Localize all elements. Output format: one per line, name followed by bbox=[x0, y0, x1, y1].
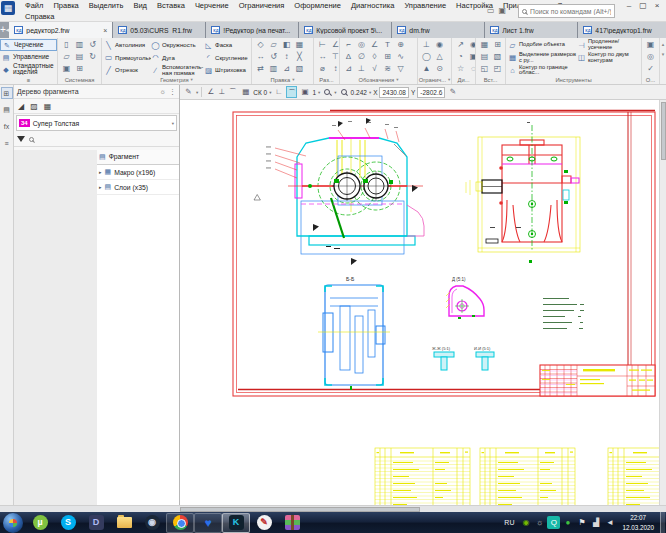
menu-item[interactable]: Черчение bbox=[190, 0, 234, 11]
tree-item[interactable]: ▸ ▦ Макро (x196) bbox=[14, 165, 179, 180]
panel-t-icon[interactable]: ▦ bbox=[44, 102, 52, 111]
designation-tool-icon[interactable]: ∿ bbox=[394, 51, 407, 63]
insert-tool-icon[interactable]: ◰ bbox=[491, 63, 504, 75]
close-button[interactable]: × bbox=[650, 0, 664, 12]
layer-icon[interactable]: ▣ bbox=[299, 86, 310, 98]
system-tool-icon[interactable]: ▣ bbox=[60, 63, 73, 75]
menu-item[interactable]: Вставка bbox=[152, 0, 190, 11]
clock[interactable]: 22:07 12.03.2020 bbox=[619, 513, 657, 531]
document-tab[interactable]: КД !Редуктор (на печат... bbox=[206, 22, 299, 38]
edit-tool-icon[interactable]: ↔ bbox=[254, 51, 267, 63]
constraint-tool-icon[interactable]: △ bbox=[433, 51, 446, 63]
menu-item[interactable]: Выделить bbox=[84, 0, 129, 11]
designation-tool-icon[interactable]: ∠ bbox=[368, 39, 381, 51]
diagnostics-tool-icon[interactable]: ◌ bbox=[467, 63, 475, 75]
system-tool-icon[interactable]: ▱ bbox=[60, 51, 73, 63]
document-tab[interactable]: КД Курсовой проект 5\... bbox=[299, 22, 392, 38]
restore-button[interactable]: ▢ bbox=[636, 0, 650, 12]
rounding-toggle-icon[interactable]: ⌒ bbox=[286, 86, 297, 98]
chevron-down-icon[interactable]: ▾ bbox=[269, 90, 271, 95]
insert-tool-icon[interactable]: ▤ bbox=[478, 51, 491, 63]
taskbar-app-icon[interactable] bbox=[166, 513, 194, 533]
layout-toggle-icon[interactable]: ▭ bbox=[487, 5, 495, 17]
constraint-tool-icon[interactable]: ▲ bbox=[420, 63, 433, 75]
search-input[interactable] bbox=[530, 8, 611, 15]
snap-icon[interactable]: ⊥ bbox=[216, 86, 227, 98]
document-tab[interactable]: КД 417\редуктор1.frw bbox=[578, 22, 666, 38]
taskbar-app-icon[interactable]: ♥ bbox=[194, 513, 222, 533]
vertical-scroll-thumb[interactable] bbox=[661, 102, 666, 160]
edit-tool-icon[interactable]: ⊿ bbox=[280, 63, 293, 75]
constraint-tool-icon[interactable]: ◯ bbox=[420, 51, 433, 63]
side-strip-icon[interactable]: ≡ bbox=[1, 138, 13, 150]
insert-tool-icon[interactable]: ◱ bbox=[478, 63, 491, 75]
designation-tool-icon[interactable]: ⊕ bbox=[394, 39, 407, 51]
ribbon-tool[interactable]: ╲ Автолиния bbox=[104, 39, 151, 52]
diagnostics-tool-icon[interactable]: ◔ bbox=[454, 51, 467, 63]
snap-icon[interactable]: ∠ bbox=[205, 86, 216, 98]
pick-pen-icon[interactable]: ✎ bbox=[447, 86, 458, 98]
ribbon-tool[interactable]: ▭ Прямоугольник bbox=[104, 52, 151, 65]
tray-icon[interactable]: ⚑ bbox=[575, 516, 588, 529]
tray-icon[interactable]: ▟ bbox=[589, 516, 602, 529]
taskbar-app-icon[interactable] bbox=[278, 513, 306, 533]
document-tab[interactable]: КД 05.03\CURS_R1.frw bbox=[113, 22, 206, 38]
designation-tool-icon[interactable]: ◊ bbox=[368, 51, 381, 63]
edit-tool-icon[interactable]: ◧ bbox=[280, 39, 293, 51]
ribbon-tool[interactable]: ▦ Выделение размеров с ру... bbox=[508, 52, 577, 65]
diagnostics-tool-icon[interactable]: ▣ bbox=[467, 51, 475, 63]
tray-icon[interactable]: ● bbox=[561, 516, 574, 529]
constraint-tool-icon[interactable]: ⊙ bbox=[433, 63, 446, 75]
style-pen-icon[interactable]: ✎ bbox=[183, 86, 194, 98]
zoom-value[interactable]: 0.242 bbox=[351, 89, 367, 96]
dimension-tool-icon[interactable]: ↔ bbox=[316, 51, 329, 63]
menu-item[interactable]: Ограничения bbox=[234, 0, 290, 11]
designation-tool-icon[interactable]: ⌐ bbox=[342, 39, 355, 51]
zoom-lens-icon[interactable] bbox=[324, 89, 330, 95]
edit-tool-icon[interactable]: ╳ bbox=[293, 51, 306, 63]
document-tab[interactable]: КД Лист 1.frw bbox=[485, 22, 578, 38]
ribbon-overflow[interactable]: ▴▾ bbox=[660, 38, 666, 84]
edit-tool-icon[interactable]: ◇ bbox=[254, 39, 267, 51]
ribbon-tool[interactable]: ⌂ Контур по границе облас... bbox=[508, 64, 577, 75]
tree-header[interactable]: ▤ Фрагмент bbox=[97, 150, 179, 165]
ribbon-mode[interactable]: ▤ Управление bbox=[0, 51, 57, 63]
dimension-tool-icon[interactable]: ⊢ bbox=[316, 39, 329, 51]
language-indicator[interactable]: RU bbox=[502, 519, 516, 526]
ribbon-tool[interactable]: ╱ Отрезок bbox=[104, 64, 151, 75]
dimension-tool-icon[interactable]: ⌀ bbox=[316, 63, 329, 75]
designation-tool-icon[interactable]: ⊞ bbox=[381, 51, 394, 63]
ribbon-tool[interactable]: ▱ Подобие объекта bbox=[508, 39, 577, 52]
designation-tool-icon[interactable]: ≋ bbox=[381, 63, 394, 75]
taskbar-app-icon[interactable]: S bbox=[54, 513, 82, 533]
designation-tool-icon[interactable]: ◎ bbox=[355, 39, 368, 51]
coordinate-system[interactable]: СК 0 bbox=[253, 89, 267, 96]
minimize-button[interactable]: – bbox=[622, 0, 636, 12]
filter-icon[interactable] bbox=[17, 136, 25, 142]
expand-icon[interactable]: ▸ bbox=[99, 184, 102, 190]
extra-tool-icon[interactable]: ◎ bbox=[644, 51, 657, 63]
panel-t-icon[interactable]: ◢ bbox=[18, 102, 24, 111]
menu-item[interactable]: Диагностика bbox=[346, 0, 399, 11]
gear-icon[interactable]: ☼ bbox=[160, 88, 166, 95]
ribbon-tool[interactable]: ◯ Окружность bbox=[151, 39, 204, 52]
tray-icon[interactable]: ◄ bbox=[603, 516, 616, 529]
system-tool-icon[interactable]: ▥ bbox=[73, 39, 86, 51]
designation-tool-icon[interactable]: Δ bbox=[342, 51, 355, 63]
y-coordinate-field[interactable]: -2802.6 bbox=[417, 87, 445, 98]
chevron-down-icon[interactable]: ▾ bbox=[318, 90, 320, 95]
system-tool-icon[interactable]: ▤ bbox=[73, 51, 86, 63]
snap-icon[interactable]: ⌒ bbox=[227, 86, 238, 98]
side-strip-icon[interactable]: ▤ bbox=[1, 104, 13, 116]
dimension-tool-icon[interactable]: ∠ bbox=[329, 39, 339, 51]
ribbon-tool[interactable]: ◜ Скругление bbox=[204, 52, 251, 65]
drawing-canvas[interactable]: Б-Б Д (5:1) bbox=[180, 100, 659, 505]
insert-tool-icon[interactable]: ▧ bbox=[491, 51, 504, 63]
designation-tool-icon[interactable]: ∅ bbox=[355, 51, 368, 63]
menu-item[interactable]: Управление bbox=[399, 0, 451, 11]
zoom-scale-icon[interactable] bbox=[341, 89, 347, 95]
menu-item-help[interactable]: Справка bbox=[20, 11, 59, 22]
edit-tool-icon[interactable]: ↕ bbox=[280, 51, 293, 63]
chevron-down-icon[interactable]: ▾ bbox=[196, 90, 198, 95]
line-style-select[interactable]: 34 Супер Толстая ▾ bbox=[16, 115, 177, 131]
